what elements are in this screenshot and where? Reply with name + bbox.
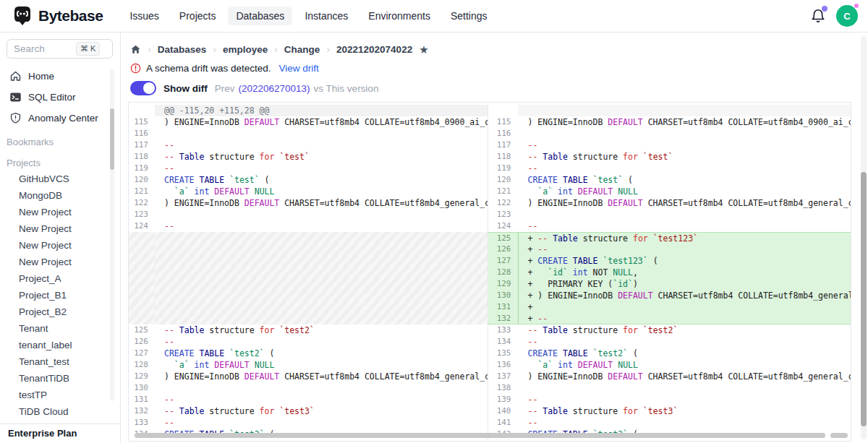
breadcrumb-home-icon[interactable]: [130, 44, 141, 55]
code-line-old[interactable]: -- Table structure for `test3`: [155, 405, 488, 417]
nav-settings[interactable]: Settings: [443, 7, 495, 25]
horizontal-scrollbar-thumb-right[interactable]: [830, 433, 848, 438]
code-line-old[interactable]: ) ENGINE=InnoDB DEFAULT CHARSET=utf8mb4 …: [155, 371, 488, 382]
breadcrumb-version[interactable]: 20221202074022: [336, 44, 412, 55]
code-line-new[interactable]: [518, 105, 851, 116]
search-input[interactable]: [14, 43, 76, 54]
breadcrumb-employee[interactable]: employee: [223, 44, 268, 55]
code-line-new[interactable]: [518, 382, 851, 394]
brand-name[interactable]: Bytebase: [38, 7, 103, 25]
code-line-old[interactable]: --: [155, 163, 488, 174]
sidebar-project-item[interactable]: tenant_label: [0, 337, 120, 353]
user-avatar[interactable]: C: [836, 5, 858, 27]
code-line-old[interactable]: ) ENGINE=InnoDB DEFAULT CHARSET=utf8mb4 …: [155, 116, 488, 128]
view-drift-link[interactable]: View drift: [279, 63, 319, 74]
code-line-old[interactable]: [155, 382, 488, 394]
code-line-new[interactable]: [518, 128, 851, 139]
hunk-header[interactable]: @@ -115,20 +115,28 @@: [155, 105, 488, 116]
search-shortcut-badge: ⌘ K: [76, 42, 100, 56]
code-line-new[interactable]: + CREATE TABLE `test123` (: [518, 255, 851, 267]
horizontal-scrollbar-thumb[interactable]: [135, 433, 825, 438]
notification-bell-icon[interactable]: [810, 8, 826, 24]
bookmark-star-icon[interactable]: ★: [419, 44, 428, 55]
code-line-new[interactable]: + PRIMARY KEY (`id`): [518, 278, 851, 290]
sidebar-project-item[interactable]: TiDB Cloud: [0, 403, 120, 420]
code-line-old[interactable]: --: [155, 417, 488, 429]
sidebar-project-item[interactable]: New Project: [0, 254, 120, 270]
code-line-new[interactable]: + `id` int NOT NULL,: [518, 267, 851, 278]
sidebar-project-item[interactable]: New Project: [0, 220, 120, 237]
sidebar-scrollbar-thumb[interactable]: [110, 108, 114, 170]
sidebar-project-item[interactable]: New Project: [0, 204, 120, 220]
sidebar-project-item[interactable]: MongoDB: [0, 187, 120, 204]
code-line-old[interactable]: [155, 209, 488, 220]
code-line-new[interactable]: CREATE TABLE `test` (: [518, 174, 851, 186]
code-line-new[interactable]: CREATE TABLE `test2` (: [518, 348, 851, 359]
code-line-new[interactable]: --: [518, 336, 851, 348]
code-line-new[interactable]: --: [518, 163, 851, 174]
code-line-new[interactable]: + ) ENGINE=InnoDB DEFAULT CHARSET=utf8mb…: [518, 290, 851, 301]
line-number-new: 122: [488, 197, 518, 209]
show-diff-toggle[interactable]: [130, 81, 156, 95]
nav-issues[interactable]: Issues: [122, 7, 166, 25]
code-line-new[interactable]: ) ENGINE=InnoDB DEFAULT CHARSET=utf8mb4 …: [518, 116, 851, 128]
code-line-old[interactable]: ) ENGINE=InnoDB DEFAULT CHARSET=utf8mb4 …: [155, 197, 488, 209]
nav-environments[interactable]: Environments: [360, 7, 438, 25]
sidebar-project-item[interactable]: TenantTiDB: [0, 370, 120, 387]
schema-diff-editor: @@ -115,20 +115,28 @@115) ENGINE=InnoDB …: [128, 102, 851, 442]
code-line-old[interactable]: CREATE TABLE `test2` (: [155, 348, 488, 359]
code-line-new[interactable]: `a` int DEFAULT NULL: [518, 186, 851, 197]
code-line-old[interactable]: -- Table structure for `test2`: [155, 324, 488, 336]
line-number-new: 115: [488, 116, 518, 128]
search-box[interactable]: ⌘ K: [7, 39, 113, 59]
code-line-old[interactable]: --: [155, 220, 488, 232]
code-line-new[interactable]: -- Table structure for `test`: [518, 151, 851, 163]
sidebar-item-sql-editor[interactable]: SQL Editor: [0, 87, 120, 108]
code-line-old[interactable]: --: [155, 139, 488, 151]
sidebar-project-item[interactable]: testTP: [0, 387, 120, 403]
sidebar-project-item[interactable]: Project_B1: [0, 287, 120, 304]
code-line-old[interactable]: --: [155, 394, 488, 405]
sidebar-project-item[interactable]: GitHubVCS: [0, 171, 120, 187]
breadcrumb-databases[interactable]: Databases: [158, 44, 207, 55]
code-line-old[interactable]: `a` int DEFAULT NULL: [155, 186, 488, 197]
code-line-old[interactable]: --: [155, 336, 488, 348]
line-number-old: 127: [129, 348, 155, 359]
code-line-new[interactable]: + --: [518, 244, 851, 255]
code-line-new[interactable]: `a` int DEFAULT NULL: [518, 359, 851, 371]
code-line-new[interactable]: +: [518, 301, 851, 313]
sidebar-item-home[interactable]: Home: [0, 66, 120, 87]
code-line-new[interactable]: ) ENGINE=InnoDB DEFAULT CHARSET=utf8mb4 …: [518, 371, 851, 382]
sidebar-project-item[interactable]: Project_A: [0, 270, 120, 287]
empty-placeholder: [155, 232, 488, 244]
sidebar-project-item[interactable]: New Project: [0, 237, 120, 254]
breadcrumb-separator: ›: [274, 43, 278, 55]
nav-projects[interactable]: Projects: [171, 7, 224, 25]
code-line-new[interactable]: --: [518, 394, 851, 405]
sidebar-project-item[interactable]: Tenant_test: [0, 353, 120, 370]
anomaly-center-icon: [9, 112, 22, 124]
sidebar-project-item[interactable]: Tenant: [0, 320, 120, 337]
code-line-new[interactable]: + --: [518, 313, 851, 324]
code-line-old[interactable]: [155, 128, 488, 139]
code-line-new[interactable]: --: [518, 417, 851, 429]
code-line-new[interactable]: [518, 209, 851, 220]
code-line-old[interactable]: CREATE TABLE `test` (: [155, 174, 488, 186]
code-line-old[interactable]: -- Table structure for `test`: [155, 151, 488, 163]
page-scrollbar-thumb[interactable]: [861, 172, 867, 426]
breadcrumb-change[interactable]: Change: [284, 44, 320, 55]
nav-instances[interactable]: Instances: [297, 7, 356, 25]
code-line-new[interactable]: + -- Table structure for `test123`: [518, 232, 851, 244]
bytebase-logo-icon[interactable]: [12, 5, 33, 27]
code-line-new[interactable]: --: [518, 220, 851, 232]
code-line-new[interactable]: -- Table structure for `test3`: [518, 405, 851, 417]
sidebar-item-anomaly-center[interactable]: Anomaly Center: [0, 108, 120, 129]
code-line-old[interactable]: `a` int DEFAULT NULL: [155, 359, 488, 371]
code-line-new[interactable]: ) ENGINE=InnoDB DEFAULT CHARSET=utf8mb4 …: [518, 197, 851, 209]
code-line-new[interactable]: -- Table structure for `test2`: [518, 324, 851, 336]
sidebar-project-item[interactable]: Project_B2: [0, 304, 120, 320]
code-line-new[interactable]: --: [518, 139, 851, 151]
line-number-old: [129, 290, 155, 301]
nav-databases[interactable]: Databases: [228, 7, 292, 25]
prev-version-link[interactable]: (202206270013): [239, 83, 310, 94]
